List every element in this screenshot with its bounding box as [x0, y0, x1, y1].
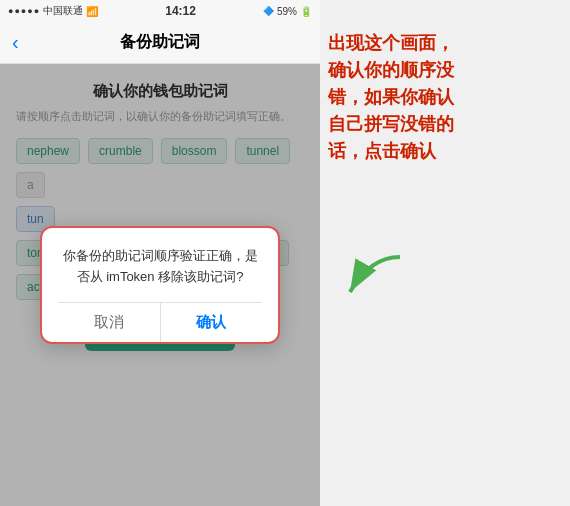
signal-dots: ●●●●●	[8, 6, 40, 16]
status-bar: ●●●●● 中国联通 📶 14:12 🔷 59% 🔋	[0, 0, 320, 22]
wifi-icon: 📶	[86, 6, 98, 17]
dialog-buttons: 取消 确认	[58, 302, 262, 342]
dialog-confirm-button[interactable]: 确认	[161, 303, 263, 342]
annotation-text: 出现这个画面，确认你的顺序没错，如果你确认自己拼写没错的话，点击确认	[328, 30, 458, 165]
dialog-overlay: 你备份的助记词顺序验证正确，是否从 imToken 移除该助记词? 取消 确认	[0, 64, 320, 506]
status-right: 🔷 59% 🔋	[263, 6, 312, 17]
dialog-cancel-button[interactable]: 取消	[58, 303, 161, 342]
nav-bar: ‹ 备份助记词	[0, 22, 320, 64]
nav-title: 备份助记词	[120, 32, 200, 53]
time-label: 14:12	[165, 4, 196, 18]
annotation-panel: 出现这个画面，确认你的顺序没错，如果你确认自己拼写没错的话，点击确认	[320, 0, 570, 506]
bluetooth-icon: 🔷	[263, 6, 274, 16]
status-left: ●●●●● 中国联通 📶	[8, 4, 98, 18]
dialog-box: 你备份的助记词顺序验证正确，是否从 imToken 移除该助记词? 取消 确认	[40, 226, 280, 344]
dialog-text: 你备份的助记词顺序验证正确，是否从 imToken 移除该助记词?	[58, 246, 262, 288]
battery-label: 59%	[277, 6, 297, 17]
green-arrow-icon	[330, 252, 410, 302]
back-button[interactable]: ‹	[12, 31, 19, 54]
carrier-label: 中国联通	[43, 4, 83, 18]
phone-frame: ●●●●● 中国联通 📶 14:12 🔷 59% 🔋 ‹ 备份助记词 确认你的钱…	[0, 0, 320, 506]
battery-icon: 🔋	[300, 6, 312, 17]
main-content: 确认你的钱包助记词 请按顺序点击助记词，以确认你的备份助记词填写正确。 neph…	[0, 64, 320, 506]
arrow-container	[330, 252, 410, 306]
